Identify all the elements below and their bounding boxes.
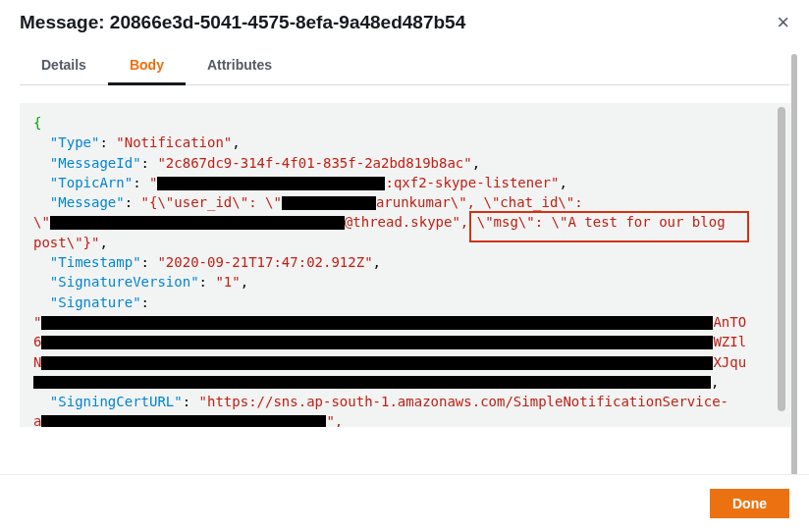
tab-attributes[interactable]: Attributes <box>186 47 294 85</box>
tab-body[interactable]: Body <box>108 47 186 85</box>
body-panel-wrap: { "Type": "Notification", "MessageId": "… <box>20 103 797 427</box>
redacted-topicarn <box>157 177 385 190</box>
redacted-signature-line4 <box>33 376 711 389</box>
redacted-userid <box>282 196 376 210</box>
redacted-chatid <box>50 216 345 230</box>
json-brace-open: { <box>33 115 41 131</box>
message-body-code: { "Type": "Notification", "MessageId": "… <box>20 103 797 427</box>
modal-title: Message: 20866e3d-5041-4575-8efa-9a48ed4… <box>20 12 465 33</box>
done-button[interactable]: Done <box>710 489 789 518</box>
code-scrollbar[interactable] <box>778 107 785 411</box>
redacted-signature-line2 <box>41 336 713 349</box>
redacted-signature-line3 <box>41 356 713 370</box>
redacted-signingcert <box>41 415 326 427</box>
close-button[interactable]: × <box>777 12 789 33</box>
modal-footer: Done <box>0 474 809 532</box>
tab-bar: Details Body Attributes <box>20 47 789 85</box>
redacted-signature-line1 <box>41 316 713 330</box>
modal-header: Message: 20866e3d-5041-4575-8efa-9a48ed4… <box>0 0 809 47</box>
highlighted-msg: \"msg\": \"A test for our blog <box>477 214 726 230</box>
json-pretty: { "Type": "Notification", "MessageId": "… <box>33 113 783 427</box>
tab-details[interactable]: Details <box>20 47 108 85</box>
modal-scrollbar[interactable] <box>791 54 797 532</box>
